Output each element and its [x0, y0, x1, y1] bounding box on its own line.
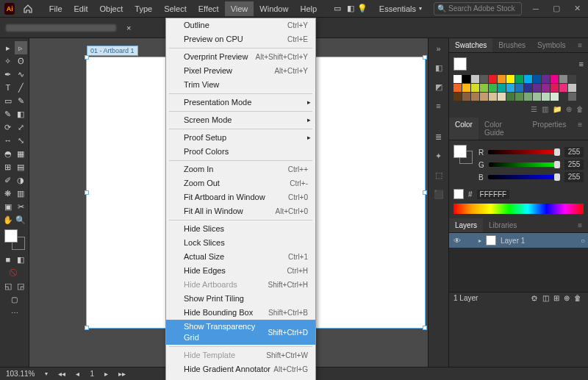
view-menu-item[interactable]: Presentation Mode	[166, 96, 315, 110]
view-menu-item[interactable]: Zoom OutCtrl+-	[166, 176, 315, 190]
swatch-cell[interactable]	[506, 93, 514, 101]
view-menu-item[interactable]: Overprint PreviewAlt+Shift+Ctrl+Y	[166, 50, 315, 64]
expand-layer-icon[interactable]: ▸	[478, 237, 481, 244]
view-menu-item[interactable]: Pixel PreviewAlt+Ctrl+Y	[166, 64, 315, 78]
artboard-nav[interactable]: 1	[90, 370, 94, 378]
expand-panels-icon[interactable]: »	[431, 41, 446, 56]
search-input[interactable]: 🔍 Search Adobe Stock	[434, 2, 522, 15]
tool-artboard[interactable]: ▣	[1, 200, 15, 213]
swatch-cell[interactable]	[524, 75, 532, 83]
panel-icon-2[interactable]: ◩	[431, 79, 446, 94]
menu-view[interactable]: View	[225, 1, 254, 16]
make-clip-icon[interactable]: ◫	[542, 294, 549, 302]
swatch-cell[interactable]	[515, 75, 523, 83]
swatch-cell[interactable]	[489, 93, 497, 101]
view-menu-item[interactable]: Show Print Tiling	[166, 292, 315, 306]
arrange-windows-icon[interactable]: ▭	[331, 4, 344, 13]
delete-layer-icon[interactable]: 🗑	[574, 294, 581, 302]
view-menu-item[interactable]: Hide EdgesCtrl+H	[166, 264, 315, 278]
document-tab[interactable]	[6, 24, 116, 32]
artboard-prev-icon[interactable]: ◂◂	[58, 370, 65, 378]
swatch-cell[interactable]	[533, 84, 541, 92]
panel-icon-1[interactable]: ◧	[431, 60, 446, 75]
tool-rectangle[interactable]: ▭	[1, 94, 15, 107]
artboard-next-icon[interactable]: ▸▸	[118, 370, 126, 378]
menu-file[interactable]: File	[43, 1, 68, 16]
view-menu-item[interactable]: Actual SizeCtrl+1	[166, 250, 315, 264]
view-menu-item[interactable]: Hide Slices	[166, 222, 315, 236]
artboard-next1-icon[interactable]: ▸	[104, 370, 108, 378]
zoom-level[interactable]: 103.11%	[6, 370, 35, 378]
swatch-cell[interactable]	[506, 84, 514, 92]
tool-rotate[interactable]: ⟳	[1, 121, 15, 134]
swatch-cell[interactable]	[568, 93, 576, 101]
swatch-cell[interactable]	[498, 84, 506, 92]
view-menu-item[interactable]: Trim View	[166, 78, 315, 92]
view-menu-item[interactable]: Screen Mode	[166, 113, 315, 127]
tool-brush[interactable]: ✎	[15, 94, 28, 107]
tool-scale[interactable]: ⤢	[15, 121, 28, 134]
swatch-cell[interactable]	[533, 93, 541, 101]
swatch-cell[interactable]	[568, 84, 576, 92]
panel-icon-6[interactable]: ⬚	[431, 168, 446, 182]
menu-effect[interactable]: Effect	[193, 1, 225, 16]
minimize-button[interactable]: ─	[529, 4, 542, 14]
tool-graph[interactable]: ▥	[15, 187, 28, 200]
tool-pen[interactable]: ✒	[1, 68, 15, 81]
panel-icon-4[interactable]: ≣	[431, 129, 446, 144]
swatch-cell[interactable]	[524, 93, 532, 101]
swatch-cell[interactable]	[542, 75, 550, 83]
view-menu-item[interactable]: Fit Artboard in WindowCtrl+0	[166, 190, 315, 204]
swatch-cell[interactable]	[551, 75, 559, 83]
menu-type[interactable]: Type	[129, 1, 158, 16]
tool-type[interactable]: T	[1, 81, 15, 94]
tool-width[interactable]: ↔	[1, 134, 15, 147]
tool-lasso[interactable]: ʘ	[15, 54, 28, 68]
swatch-cell[interactable]	[559, 75, 567, 83]
tool-eyedropper[interactable]: ✐	[1, 173, 15, 187]
view-menu-item[interactable]: Hide Corner Widget	[166, 376, 315, 380]
tab-close-icon[interactable]: ×	[126, 24, 131, 32]
artboard-prev1-icon[interactable]: ◂	[76, 370, 79, 378]
menu-help[interactable]: Help	[294, 1, 323, 16]
tool-gradient[interactable]: ▤	[15, 160, 28, 173]
tool-shape-builder[interactable]: ◓	[1, 147, 15, 160]
maximize-button[interactable]: ▢	[550, 4, 563, 14]
spectrum-bar[interactable]	[453, 204, 584, 214]
screen-mode-toggle[interactable]: ▢	[9, 294, 21, 304]
swatch-cell[interactable]	[489, 75, 497, 83]
lightbulb-icon[interactable]: 💡	[357, 4, 368, 13]
swatch-cell[interactable]	[515, 84, 523, 92]
panel-tab[interactable]: Layers	[449, 218, 483, 232]
tool-direct-select[interactable]: ▹	[15, 41, 28, 54]
g-value[interactable]: 255	[564, 159, 584, 170]
swatch-menu-icon[interactable]: ≡	[579, 60, 584, 68]
swatch-cell[interactable]	[542, 93, 550, 101]
view-menu-item[interactable]: Zoom InCtrl++	[166, 162, 315, 176]
swatch-cell[interactable]	[471, 93, 479, 101]
tool-blend[interactable]: ◑	[15, 173, 28, 187]
panel-tab[interactable]: Symbols	[531, 38, 571, 52]
new-swatch-group-icon[interactable]: 📁	[553, 105, 562, 113]
view-menu-item[interactable]: OutlineCtrl+Y	[166, 18, 315, 32]
swatch-cell[interactable]	[489, 84, 497, 92]
swatch-cell[interactable]	[480, 84, 488, 92]
view-menu-item[interactable]: Preview on CPUCtrl+E	[166, 32, 315, 46]
swatch-cell[interactable]	[542, 84, 550, 92]
swatch-cell[interactable]	[480, 93, 488, 101]
swatch-cell[interactable]	[498, 93, 506, 101]
layer-name[interactable]: Layer 1	[501, 237, 525, 245]
panel-tab[interactable]: Libraries	[483, 218, 523, 232]
swatch-libraries-icon[interactable]: ☰	[531, 105, 537, 113]
hex-field[interactable]: FFFFFF	[477, 190, 510, 199]
tool-curvature[interactable]: ∿	[15, 68, 28, 81]
view-menu-item[interactable]: Lock Slices	[166, 236, 315, 250]
swatch-cell[interactable]	[568, 75, 576, 83]
color-mode-none[interactable]: ⃠	[9, 268, 21, 278]
edit-toolbar[interactable]: ⋯	[9, 307, 21, 318]
drawing-mode-behind[interactable]: ◲	[15, 279, 28, 293]
view-menu-item[interactable]: Fit All in WindowAlt+Ctrl+0	[166, 204, 315, 218]
swatch-cell[interactable]	[453, 75, 462, 83]
tool-eraser[interactable]: ◧	[15, 107, 28, 121]
close-button[interactable]: ✕	[570, 4, 584, 14]
